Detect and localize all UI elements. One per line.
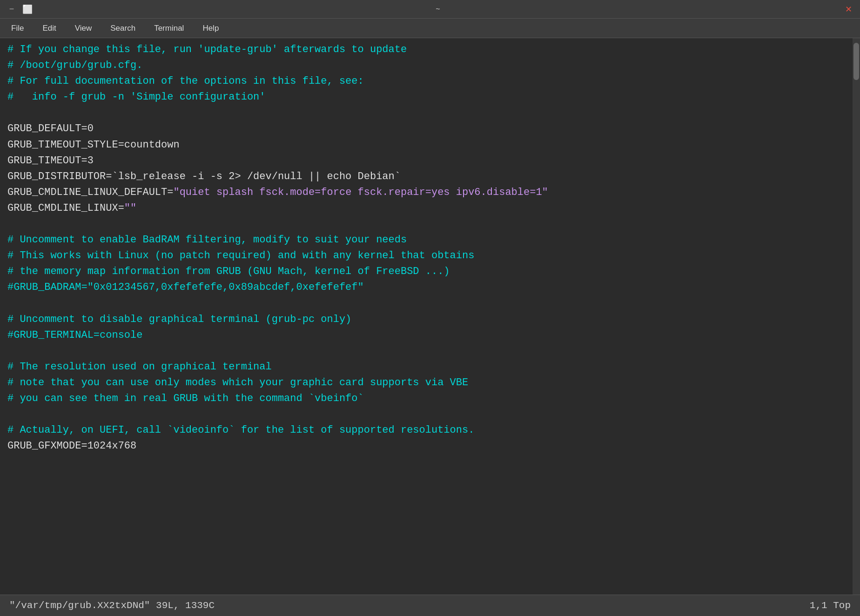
scrollbar-thumb[interactable] [853, 43, 859, 80]
menu-terminal[interactable]: Terminal [150, 22, 188, 35]
title-bar: − ⬜ ~ ✕ [0, 0, 860, 19]
menu-edit[interactable]: Edit [39, 22, 60, 35]
code-editor[interactable]: # If you change this file, run 'update-g… [0, 38, 853, 595]
close-button[interactable]: ✕ [842, 3, 854, 15]
scrollbar[interactable] [853, 38, 860, 595]
status-filename: "/var/tmp/grub.XX2txDNd" 39L, 1339C [9, 600, 215, 611]
editor-area: # If you change this file, run 'update-g… [0, 38, 860, 595]
terminal-window: − ⬜ ~ ✕ File Edit View Search Terminal H… [0, 0, 860, 616]
window-title: ~ [34, 5, 842, 13]
menu-help[interactable]: Help [199, 22, 222, 35]
maximize-button[interactable]: ⬜ [21, 3, 34, 15]
status-position: 1,1 Top [810, 600, 851, 611]
minimize-button[interactable]: − [6, 3, 18, 15]
code-text: # If you change this file, run 'update-g… [7, 42, 845, 454]
menu-bar: File Edit View Search Terminal Help [0, 19, 860, 38]
menu-view[interactable]: View [71, 22, 96, 35]
status-bar: "/var/tmp/grub.XX2txDNd" 39L, 1339C 1,1 … [0, 595, 860, 616]
menu-file[interactable]: File [7, 22, 27, 35]
menu-search[interactable]: Search [107, 22, 139, 35]
